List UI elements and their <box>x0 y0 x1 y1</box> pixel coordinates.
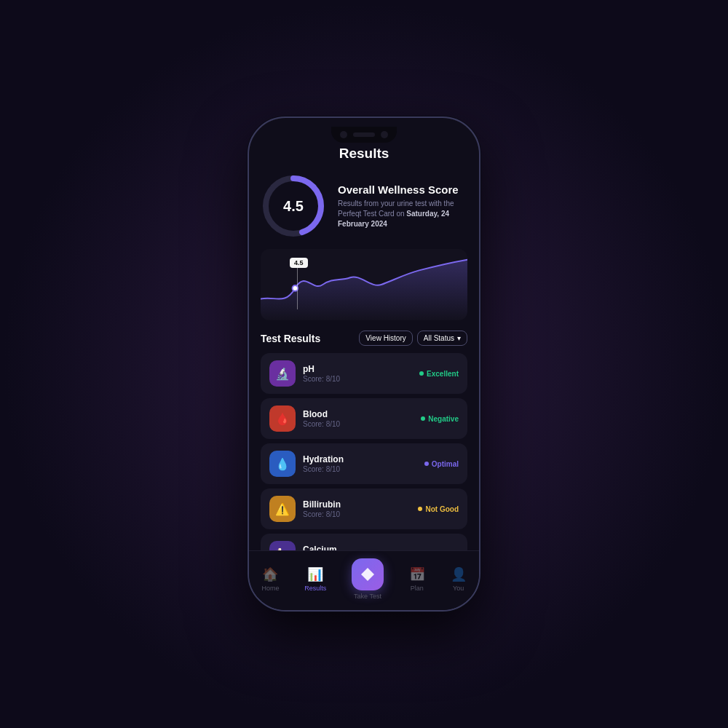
wellness-chart: 4.5 <box>261 249 467 320</box>
test-name: Billirubin <box>303 499 411 510</box>
bottom-navigation: 🏠 Home 📊 Results Take Test 📅 Plan 👤 You <box>249 550 479 610</box>
nav-item-you[interactable]: 👤 You <box>451 566 467 592</box>
nav-label: You <box>453 585 464 592</box>
speaker-icon <box>353 132 375 137</box>
status-dot-icon <box>418 507 422 511</box>
test-item[interactable]: 💧 Hydration Score: 8/10 Optimal <box>261 443 467 484</box>
status-dropdown[interactable]: All Status ▾ <box>417 331 467 346</box>
test-info-ph: pH Score: 8/10 <box>303 364 412 383</box>
score-info: Overall Wellness Score Results from your… <box>338 183 467 229</box>
test-info-billirubin: Billirubin Score: 8/10 <box>303 499 411 518</box>
nav-item-take-test[interactable]: Take Test <box>352 558 384 600</box>
test-info-hydration: Hydration Score: 8/10 <box>303 454 417 473</box>
status-dot-icon <box>419 371 424 376</box>
test-name: Blood <box>303 409 414 419</box>
test-icon-calcium: 🦴 <box>269 541 296 550</box>
score-section: 4.5 Overall Wellness Score Results from … <box>261 173 467 239</box>
test-name: Hydration <box>303 454 417 464</box>
status-label: Optimal <box>432 460 459 468</box>
wellness-score-circle: 4.5 <box>261 173 326 239</box>
take-test-icon <box>352 558 384 590</box>
camera-icon-2 <box>381 131 388 138</box>
results-controls: View History All Status ▾ <box>359 331 467 346</box>
score-date: Saturday, 24 February 2024 <box>338 210 449 228</box>
nav-label: Results <box>304 585 326 592</box>
results-header: Test Results View History All Status ▾ <box>261 331 467 346</box>
view-history-button[interactable]: View History <box>359 331 412 346</box>
nav-item-results[interactable]: 📊 Results <box>304 566 326 592</box>
nav-icon: 👤 <box>451 566 467 582</box>
status-label: Not Good <box>425 505 459 513</box>
test-icon-blood: 🩸 <box>269 405 296 432</box>
phone-frame: Results 4.5 Overall Wellness Score Resul <box>248 116 480 612</box>
phone-screen: Results 4.5 Overall Wellness Score Resul <box>249 118 479 610</box>
score-title: Overall Wellness Score <box>338 183 467 196</box>
test-info-calcium: Calcium Score: 8/10 <box>303 545 408 550</box>
test-item[interactable]: ⚠️ Billirubin Score: 8/10 Not Good <box>261 488 467 529</box>
test-score: Score: 8/10 <box>303 420 414 428</box>
nav-icon: 📊 <box>307 566 323 582</box>
svg-marker-3 <box>361 568 374 581</box>
notch-area <box>249 118 479 146</box>
camera-icon <box>340 131 347 138</box>
score-description: Results from your urine test with the Pe… <box>338 199 467 229</box>
test-status: Not Good <box>418 505 459 513</box>
chart-vertical-line <box>297 267 298 309</box>
test-icon-hydration: 💧 <box>269 451 296 477</box>
test-icon-billirubin: ⚠️ <box>269 496 296 522</box>
status-dropdown-label: All Status <box>424 334 454 342</box>
nav-item-plan[interactable]: 📅 Plan <box>409 566 425 592</box>
nav-label: Plan <box>411 585 424 592</box>
nav-label: Take Test <box>354 593 381 600</box>
test-item[interactable]: 🩸 Blood Score: 8/10 Negative <box>261 398 467 439</box>
test-items-list: 🔬 pH Score: 8/10 Excellent 🩸 Blood Score… <box>261 353 467 550</box>
test-info-blood: Blood Score: 8/10 <box>303 409 414 428</box>
test-name: pH <box>303 364 412 374</box>
test-icon-ph: 🔬 <box>269 360 296 387</box>
nav-label: Home <box>261 585 279 592</box>
nav-icon: 📅 <box>409 566 425 582</box>
test-score: Score: 8/10 <box>303 375 412 383</box>
notch <box>331 127 397 143</box>
page-title: Results <box>261 146 467 162</box>
test-score: Score: 8/10 <box>303 465 417 473</box>
test-item[interactable]: 🦴 Calcium Score: 8/10 Very Good <box>261 534 467 550</box>
nav-icon: 🏠 <box>262 566 278 582</box>
test-status: Excellent <box>419 370 459 378</box>
test-item[interactable]: 🔬 pH Score: 8/10 Excellent <box>261 353 467 394</box>
nav-item-home[interactable]: 🏠 Home <box>261 566 279 592</box>
test-score: Score: 8/10 <box>303 510 411 518</box>
screen-content: Results 4.5 Overall Wellness Score Resul <box>249 146 479 550</box>
results-section-title: Test Results <box>261 333 320 344</box>
chart-value-label: 4.5 <box>290 258 308 268</box>
status-dot-icon <box>421 416 425 421</box>
test-status: Negative <box>421 415 459 423</box>
test-name: Calcium <box>303 545 408 550</box>
dropdown-chevron-icon: ▾ <box>457 334 461 342</box>
score-value: 4.5 <box>283 198 304 215</box>
status-dot-icon <box>424 462 429 466</box>
status-label: Negative <box>428 415 459 423</box>
test-status: Optimal <box>424 460 459 468</box>
status-label: Excellent <box>427 370 459 378</box>
